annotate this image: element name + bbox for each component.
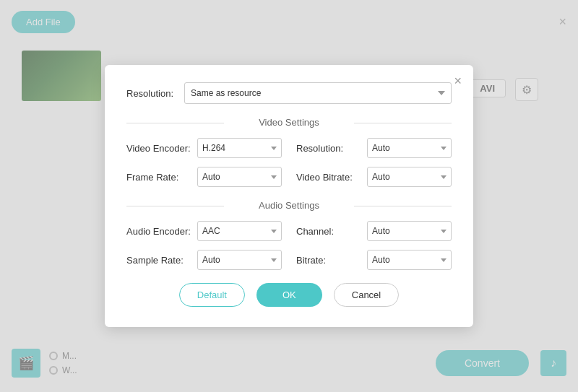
bitrate-row: Bitrate: Auto	[296, 250, 452, 270]
frame-rate-row: Frame Rate: Auto	[126, 167, 282, 187]
video-settings-header: Video Settings	[126, 117, 452, 128]
ok-button[interactable]: OK	[256, 283, 322, 307]
resolution-row: Resolution: Same as resource	[126, 82, 452, 104]
default-button[interactable]: Default	[179, 283, 245, 307]
channel-label: Channel:	[296, 226, 361, 237]
audio-encoder-row: Audio Encoder: AAC	[126, 221, 282, 241]
settings-dialog: × Resolution: Same as resource Video Set…	[105, 65, 473, 327]
video-settings-grid: Video Encoder: H.264 Resolution: Auto Fr…	[126, 138, 452, 187]
video-encoder-label: Video Encoder:	[126, 143, 191, 154]
resolution-main-select[interactable]: Same as resource	[184, 82, 452, 104]
sample-rate-row: Sample Rate: Auto	[126, 250, 282, 270]
sample-rate-label: Sample Rate:	[126, 255, 191, 266]
dialog-overlay: × Resolution: Same as resource Video Set…	[0, 0, 578, 392]
dialog-close-button[interactable]: ×	[454, 74, 462, 89]
resolution-sub-label: Resolution:	[296, 143, 361, 154]
cancel-button[interactable]: Cancel	[334, 283, 399, 307]
dialog-buttons: Default OK Cancel	[126, 283, 452, 307]
channel-row: Channel: Auto	[296, 221, 452, 241]
resolution-sub-row: Resolution: Auto	[296, 138, 452, 158]
channel-select[interactable]: Auto	[367, 221, 452, 241]
audio-settings-grid: Audio Encoder: AAC Channel: Auto Sample …	[126, 221, 452, 270]
frame-rate-select[interactable]: Auto	[197, 167, 282, 187]
bitrate-label: Bitrate:	[296, 255, 361, 266]
video-bitrate-select[interactable]: Auto	[367, 167, 452, 187]
bitrate-select[interactable]: Auto	[367, 250, 452, 270]
audio-settings-header: Audio Settings	[126, 200, 452, 211]
video-encoder-select[interactable]: H.264	[197, 138, 282, 158]
resolution-main-label: Resolution:	[126, 88, 184, 99]
video-bitrate-row: Video Bitrate: Auto	[296, 167, 452, 187]
frame-rate-label: Frame Rate:	[126, 172, 191, 183]
video-bitrate-label: Video Bitrate:	[296, 172, 361, 183]
audio-encoder-select[interactable]: AAC	[197, 221, 282, 241]
video-encoder-row: Video Encoder: H.264	[126, 138, 282, 158]
resolution-sub-select[interactable]: Auto	[367, 138, 452, 158]
sample-rate-select[interactable]: Auto	[197, 250, 282, 270]
audio-encoder-label: Audio Encoder:	[126, 226, 191, 237]
